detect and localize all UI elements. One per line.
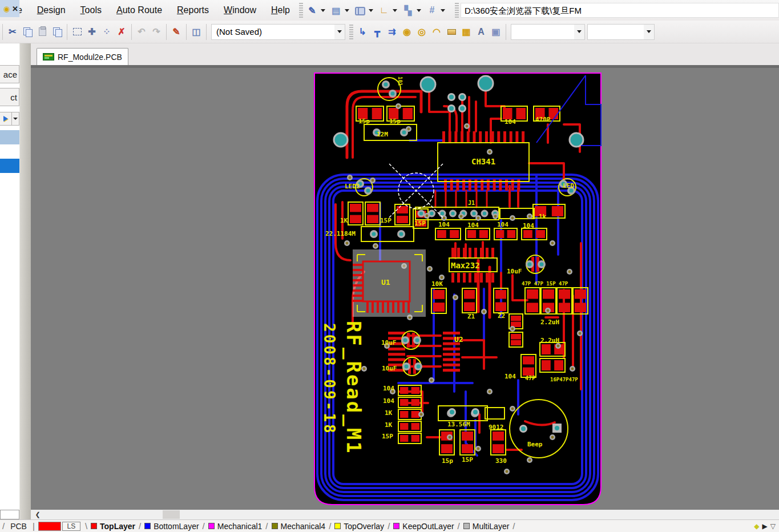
string-icon[interactable]: A xyxy=(474,25,488,39)
pin-pad xyxy=(469,248,471,257)
component-filter-dropdown[interactable] xyxy=(644,25,654,39)
document-selector-value: (Not Saved) xyxy=(212,27,334,37)
pcb-silkscreen-label: Max232 xyxy=(451,261,480,270)
layer-set-button[interactable]: LS xyxy=(62,522,80,531)
paste-special-icon[interactable] xyxy=(50,25,64,39)
menu-item-tools[interactable]: Tools xyxy=(73,2,109,19)
grid-tool-icon-dropdown[interactable] xyxy=(441,9,445,12)
active-layer-swatch[interactable] xyxy=(38,522,61,531)
multi-route-icon[interactable]: ┳ xyxy=(370,25,384,39)
layer-tab-mechanical1[interactable]: Mechanical1 xyxy=(207,522,264,531)
pcb-silkscreen-label: 2.2uH xyxy=(540,319,559,326)
navigate-button[interactable] xyxy=(0,112,12,126)
pcb-silkscreen-label: Beep xyxy=(527,441,543,448)
pcb-editor-canvas[interactable]: 10115p15p12M104470PCH341LED2LEDJ11K15P15… xyxy=(31,65,779,510)
project-list-row[interactable] xyxy=(0,130,19,144)
document-selector-dropdown[interactable] xyxy=(334,25,345,39)
find-similar-icon[interactable]: ◫ xyxy=(189,25,203,39)
room-tool-icon[interactable]: ▚ xyxy=(401,3,415,17)
measure-tool-icon-dropdown[interactable] xyxy=(321,9,325,12)
pcb-silkscreen-label: LED xyxy=(563,182,574,190)
layer-tab-mechanical4[interactable]: Mechanical4 xyxy=(271,522,327,531)
layer-tab-bottomlayer[interactable]: BottomLayer xyxy=(143,522,200,531)
pcb-file-icon xyxy=(43,53,54,61)
pan-mode-icon[interactable]: ▶ xyxy=(762,522,768,530)
layer-tab-toplayer[interactable]: TopLayer xyxy=(90,522,136,531)
pcb-silkscreen-label: 15P xyxy=(382,433,393,440)
arc-icon[interactable]: ◠ xyxy=(430,25,443,39)
find-tool-icon-dropdown[interactable] xyxy=(369,9,373,12)
menu-item-auto-route[interactable]: Auto Route xyxy=(109,2,169,19)
menu-item-window[interactable]: Window xyxy=(216,2,264,19)
dimension-tool-icon[interactable]: ∟ xyxy=(377,3,391,17)
fill-icon[interactable] xyxy=(445,25,458,39)
panel-footer xyxy=(0,510,19,519)
menu-item-design[interactable]: Design xyxy=(30,2,73,19)
project-file-list[interactable] xyxy=(0,130,19,187)
align-objects-icon[interactable]: ⁘ xyxy=(100,25,114,39)
copy-icon[interactable] xyxy=(21,25,34,39)
move-icon[interactable]: ✚ xyxy=(85,25,99,39)
via-icon[interactable]: ◎ xyxy=(415,25,429,39)
pcb-silkscreen-label: 47P xyxy=(525,375,535,381)
navigate-dropdown[interactable] xyxy=(12,112,19,126)
align-tool-icon[interactable]: ▤ xyxy=(329,3,343,17)
align-tool-icon-dropdown[interactable] xyxy=(345,9,349,12)
find-tool-icon[interactable] xyxy=(353,3,367,17)
redo-icon[interactable]: ↷ xyxy=(150,25,163,39)
room-tool-icon-dropdown[interactable] xyxy=(417,9,421,12)
cut-icon[interactable]: ✂ xyxy=(6,25,19,39)
pin-pad xyxy=(480,273,483,283)
pin-pad xyxy=(480,248,483,257)
menu-item-help[interactable]: Help xyxy=(264,2,297,19)
pad-icon[interactable]: ◉ xyxy=(400,25,414,39)
pcb-silkscreen-label: 104 xyxy=(383,385,394,392)
pin-pad xyxy=(451,273,454,283)
workspace-button[interactable]: ace xyxy=(0,65,19,83)
undo-icon[interactable]: ↶ xyxy=(135,25,148,39)
pin-icon[interactable]: ◉ xyxy=(3,5,10,13)
interactive-route-icon[interactable]: ↳ xyxy=(356,25,369,39)
scroll-left-arrow[interactable]: ❮ xyxy=(33,510,42,519)
select-area-icon[interactable] xyxy=(70,25,84,39)
measure-tool-icon[interactable]: ✎ xyxy=(305,3,319,17)
panel-splitter[interactable] xyxy=(19,43,31,519)
menu-item-reports[interactable]: Reports xyxy=(169,2,216,19)
current-layer-icon[interactable]: ◆ xyxy=(754,522,759,530)
pcb-silkscreen-label: 104 xyxy=(497,221,508,228)
pin-pad xyxy=(454,131,457,143)
document-selector[interactable]: (Not Saved) xyxy=(211,24,345,40)
project-list-row[interactable] xyxy=(0,159,19,173)
pcb-silkscreen-label: 15P xyxy=(380,217,391,224)
wizard-icon[interactable]: ✎ xyxy=(169,25,183,39)
component-filter-combo[interactable] xyxy=(587,24,655,40)
close-panel-icon[interactable]: ✕ xyxy=(12,5,18,13)
pcb-silkscreen-label: 10K xyxy=(431,280,443,288)
layer-color-swatch xyxy=(272,523,278,529)
dimension-tool-icon-dropdown[interactable] xyxy=(393,9,397,12)
project-list-row[interactable] xyxy=(0,144,19,159)
scroll-thumb[interactable] xyxy=(163,510,180,519)
filter-icon[interactable]: ▽ xyxy=(770,522,776,530)
project-list-row[interactable] xyxy=(0,173,19,187)
pcb-silkscreen-label: U1 xyxy=(381,278,390,287)
document-tab[interactable]: RF_Modul2e.PCB xyxy=(37,48,128,65)
horizontal-scrollbar[interactable]: ❮ xyxy=(31,510,779,519)
paste-icon[interactable] xyxy=(35,25,49,39)
polygon-pour-icon[interactable]: ▦ xyxy=(459,25,473,39)
diff-pair-route-icon[interactable]: ⇉ xyxy=(385,25,399,39)
layer-tab-keepoutlayer[interactable]: KeepOutLayer xyxy=(392,522,455,531)
layer-tab-topoverlay[interactable]: TopOverlay xyxy=(333,522,385,531)
pcb-silkscreen-label: 104 xyxy=(438,221,450,228)
pcb-panel-tab[interactable]: PCB xyxy=(7,522,30,531)
net-filter-dropdown[interactable] xyxy=(574,25,584,39)
grid-tool-icon[interactable]: # xyxy=(425,3,439,17)
clear-filter-icon[interactable]: ✗ xyxy=(115,25,128,39)
project-button[interactable]: ct xyxy=(0,88,19,106)
address-bar[interactable]: D:\360安全浏览器下载\复旦FM xyxy=(461,3,779,18)
layer-tab-multilayer[interactable]: MultiLayer xyxy=(462,522,511,531)
net-filter-combo[interactable] xyxy=(511,24,585,40)
component-icon[interactable]: ▣ xyxy=(489,25,503,39)
pcb-silkscreen-label: 104 xyxy=(467,221,479,229)
pcb-silkscreen-label: 15P xyxy=(414,220,426,227)
